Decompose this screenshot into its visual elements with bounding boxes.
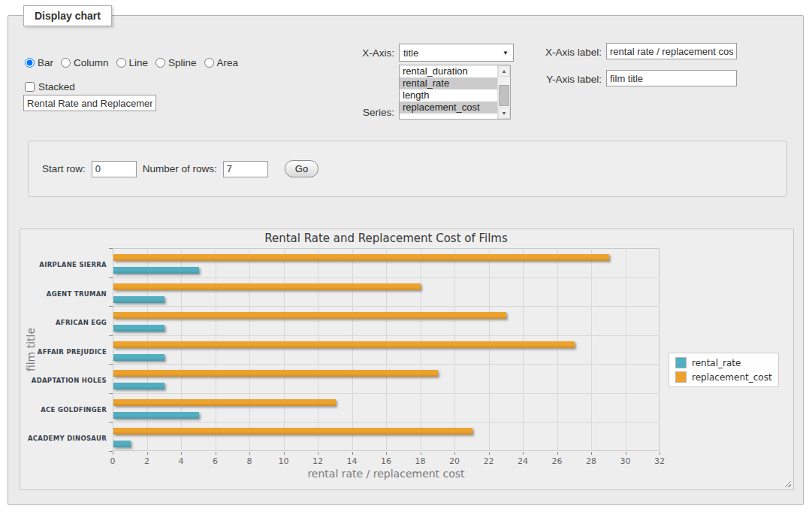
category-label: AGENT TRUMAN xyxy=(20,290,107,298)
gridline-vertical xyxy=(216,248,216,451)
x-tick-label: 0 xyxy=(101,456,124,466)
series-option-rental_duration[interactable]: rental_duration xyxy=(400,65,497,77)
number-of-rows-input[interactable] xyxy=(223,161,268,177)
x-tick-label: 18 xyxy=(409,456,432,466)
chart-type-option-bar[interactable]: Bar xyxy=(25,57,53,68)
bar-replacement_cost[interactable] xyxy=(113,399,336,406)
go-button[interactable]: Go xyxy=(285,160,318,177)
legend-label: replacement_cost xyxy=(692,372,772,383)
series-multiselect[interactable]: rental_durationrental_ratelengthreplacem… xyxy=(399,65,511,120)
chart-title-input[interactable] xyxy=(23,95,156,111)
radio-spline[interactable] xyxy=(155,58,165,68)
bar-rental_rate[interactable] xyxy=(113,296,165,303)
gridline-vertical xyxy=(626,248,626,451)
display-chart-fieldset: Display chart BarColumnLineSplineArea St… xyxy=(8,15,804,505)
x-axis-select-label: X-Axis: xyxy=(324,47,394,59)
legend-item-rental_rate[interactable]: rental_rate xyxy=(675,357,772,368)
category-label: ACE GOLDFINGER xyxy=(20,406,107,414)
radio-label: Spline xyxy=(168,57,197,68)
y-axis-label-input[interactable] xyxy=(606,70,737,86)
chart-container: Rental Rate and Replacement Cost of Film… xyxy=(20,229,794,490)
x-tick-mark xyxy=(523,452,524,455)
chart-type-option-column[interactable]: Column xyxy=(61,57,109,68)
x-tick-mark xyxy=(489,452,490,455)
resize-grip-icon[interactable] xyxy=(783,480,791,487)
x-tick-mark xyxy=(284,452,285,455)
x-tick-mark xyxy=(249,452,250,455)
x-tick-label: 14 xyxy=(341,456,364,466)
category-label: AIRPLANE SIERRA xyxy=(20,261,107,268)
bar-rental_rate[interactable] xyxy=(113,383,165,389)
bar-replacement_cost[interactable] xyxy=(113,312,506,319)
gridline-vertical xyxy=(147,248,148,451)
y-tick-mark xyxy=(109,364,113,365)
bar-replacement_cost[interactable] xyxy=(113,341,575,348)
gridline-horizontal xyxy=(113,335,660,336)
bar-rental_rate[interactable] xyxy=(113,267,199,274)
bar-replacement_cost[interactable] xyxy=(113,370,438,377)
x-axis-label-input[interactable] xyxy=(606,43,737,59)
x-tick-label: 2 xyxy=(136,456,158,466)
y-tick-mark xyxy=(109,306,113,307)
y-tick-mark xyxy=(109,393,113,394)
radio-label: Area xyxy=(217,57,239,68)
x-axis-selected-value: title xyxy=(403,47,418,59)
series-options: rental_durationrental_ratelengthreplacem… xyxy=(400,65,497,119)
category-label: AFFAIR PREJUDICE xyxy=(20,348,107,356)
radio-area[interactable] xyxy=(204,58,214,68)
y-tick-mark xyxy=(109,335,113,336)
start-row-input[interactable] xyxy=(92,161,137,177)
gridline-vertical xyxy=(523,248,524,451)
gridline-horizontal xyxy=(113,306,660,307)
series-option-replacement_cost[interactable]: replacement_cost xyxy=(400,101,497,114)
radio-bar[interactable] xyxy=(25,58,35,68)
fieldset-legend: Display chart xyxy=(23,5,112,26)
stacked-checkbox-row[interactable]: Stacked xyxy=(25,81,75,92)
gridline-vertical xyxy=(181,248,182,451)
radio-column[interactable] xyxy=(61,58,71,68)
gridline-horizontal xyxy=(113,364,660,365)
legend-swatch-icon xyxy=(675,357,687,368)
gridline-vertical xyxy=(386,248,387,451)
gridline-vertical xyxy=(489,248,490,451)
x-tick-label: 24 xyxy=(512,456,534,466)
x-tick-mark xyxy=(181,452,182,455)
legend-item-replacement_cost[interactable]: replacement_cost xyxy=(675,371,772,383)
x-tick-label: 30 xyxy=(614,456,637,466)
chart-type-option-area[interactable]: Area xyxy=(204,57,239,68)
gridline-horizontal xyxy=(113,393,660,394)
bar-rental_rate[interactable] xyxy=(113,325,165,332)
x-axis-label-label: X-Axis label: xyxy=(497,47,602,58)
scroll-down-icon[interactable]: ▼ xyxy=(498,108,510,119)
gridline-vertical xyxy=(352,248,353,451)
x-tick-label: 22 xyxy=(478,456,500,466)
bar-replacement_cost[interactable] xyxy=(113,428,472,435)
y-tick-mark xyxy=(109,422,113,423)
bar-rental_rate[interactable] xyxy=(113,354,165,361)
series-option-length[interactable]: length xyxy=(400,89,497,101)
x-tick-label: 4 xyxy=(170,456,192,466)
chart-type-radio-group: BarColumnLineSplineArea xyxy=(25,57,238,68)
x-tick-mark xyxy=(386,452,387,455)
bar-rental_rate[interactable] xyxy=(113,441,131,447)
chart-type-option-line[interactable]: Line xyxy=(116,57,149,68)
rows-form: Start row: Number of rows: Go xyxy=(28,141,787,197)
gridline-vertical xyxy=(557,248,558,451)
bar-replacement_cost[interactable] xyxy=(113,283,421,290)
radio-line[interactable] xyxy=(116,58,126,68)
chart-type-option-spline[interactable]: Spline xyxy=(155,57,197,68)
gridline-vertical xyxy=(249,248,250,451)
category-label: ADAPTATION HOLES xyxy=(20,377,107,384)
x-tick-label: 26 xyxy=(546,456,569,466)
x-tick-mark xyxy=(147,452,148,455)
bar-replacement_cost[interactable] xyxy=(113,254,609,261)
stacked-checkbox[interactable] xyxy=(25,82,35,92)
x-tick-mark xyxy=(626,452,626,455)
series-option-rental_rate[interactable]: rental_rate xyxy=(400,77,497,89)
gridline-horizontal xyxy=(113,422,660,423)
scrollbar-thumb[interactable] xyxy=(499,85,509,106)
x-tick-mark xyxy=(421,452,421,455)
x-tick-label: 6 xyxy=(204,456,227,466)
bar-rental_rate[interactable] xyxy=(113,412,199,419)
gridline-vertical xyxy=(454,248,455,451)
